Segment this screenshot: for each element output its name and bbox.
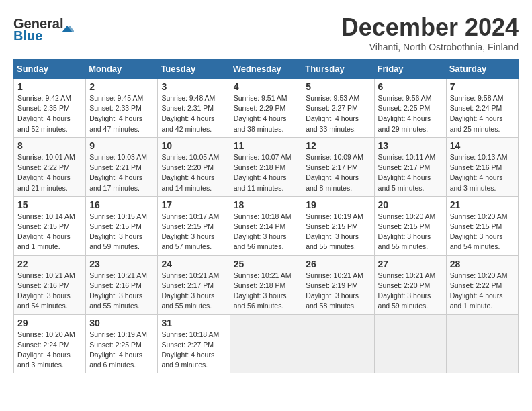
day-number: 30 (89, 318, 154, 328)
calendar-week-row: 29Sunrise: 10:20 AMSunset: 2:24 PMDaylig… (14, 314, 519, 373)
day-number: 17 (161, 199, 226, 210)
day-number: 29 (17, 318, 82, 328)
calendar-week-row: 15Sunrise: 10:14 AMSunset: 2:15 PMDaylig… (14, 196, 519, 255)
day-number: 20 (378, 199, 443, 210)
calendar-day-cell: 21Sunrise: 10:20 AMSunset: 2:15 PMDaylig… (446, 196, 518, 255)
calendar-day-cell: 26Sunrise: 10:21 AMSunset: 2:19 PMDaylig… (302, 255, 374, 314)
calendar-day-cell: 28Sunrise: 10:20 AMSunset: 2:22 PMDaylig… (446, 255, 518, 314)
calendar-day-cell: 5Sunrise: 9:53 AMSunset: 2:27 PMDaylight… (302, 79, 374, 138)
day-info: Sunrise: 10:21 AMSunset: 2:20 PMDaylight… (378, 271, 443, 312)
day-info: Sunrise: 10:21 AMSunset: 2:16 PMDaylight… (17, 271, 82, 312)
calendar-day-cell: 12Sunrise: 10:09 AMSunset: 2:17 PMDaylig… (302, 137, 374, 196)
day-number: 27 (378, 259, 443, 269)
day-info: Sunrise: 9:48 AMSunset: 2:31 PMDaylight:… (161, 93, 226, 134)
calendar-day-cell (374, 314, 446, 373)
day-info: Sunrise: 9:45 AMSunset: 2:33 PMDaylight:… (89, 93, 154, 134)
day-info: Sunrise: 9:56 AMSunset: 2:25 PMDaylight:… (378, 93, 443, 134)
day-info: Sunrise: 10:20 AMSunset: 2:15 PMDaylight… (450, 212, 515, 253)
calendar-day-cell: 7Sunrise: 9:58 AMSunset: 2:24 PMDaylight… (446, 79, 518, 138)
calendar-day-cell: 17Sunrise: 10:17 AMSunset: 2:15 PMDaylig… (158, 196, 230, 255)
day-number: 8 (17, 140, 82, 151)
day-number: 22 (17, 259, 82, 269)
logo: General Blue (13, 13, 74, 44)
day-info: Sunrise: 10:11 AMSunset: 2:17 PMDaylight… (378, 152, 443, 193)
calendar-week-row: 8Sunrise: 10:01 AMSunset: 2:22 PMDayligh… (14, 137, 519, 196)
day-number: 24 (161, 259, 226, 269)
calendar-week-row: 1Sunrise: 9:42 AMSunset: 2:35 PMDaylight… (14, 79, 519, 138)
calendar-day-cell: 16Sunrise: 10:15 AMSunset: 2:15 PMDaylig… (86, 196, 158, 255)
day-info: Sunrise: 9:58 AMSunset: 2:24 PMDaylight:… (450, 93, 515, 134)
calendar-day-cell: 3Sunrise: 9:48 AMSunset: 2:31 PMDaylight… (158, 79, 230, 138)
calendar-day-cell: 24Sunrise: 10:21 AMSunset: 2:17 PMDaylig… (158, 255, 230, 314)
calendar-day-cell: 25Sunrise: 10:21 AMSunset: 2:18 PMDaylig… (230, 255, 302, 314)
calendar-day-cell: 4Sunrise: 9:51 AMSunset: 2:29 PMDaylight… (230, 79, 302, 138)
day-number: 12 (306, 140, 370, 151)
day-number: 9 (89, 140, 154, 151)
day-info: Sunrise: 10:01 AMSunset: 2:22 PMDaylight… (17, 152, 82, 193)
day-info: Sunrise: 9:53 AMSunset: 2:27 PMDaylight:… (306, 93, 370, 134)
day-number: 2 (89, 81, 154, 92)
day-info: Sunrise: 10:09 AMSunset: 2:17 PMDaylight… (306, 152, 370, 193)
calendar-day-cell: 8Sunrise: 10:01 AMSunset: 2:22 PMDayligh… (14, 137, 86, 196)
calendar-day-cell: 30Sunrise: 10:19 AMSunset: 2:25 PMDaylig… (86, 314, 158, 373)
day-header-tuesday: Tuesday (158, 60, 230, 79)
day-header-wednesday: Wednesday (230, 60, 302, 79)
calendar-day-cell (302, 314, 374, 373)
day-info: Sunrise: 10:07 AMSunset: 2:18 PMDaylight… (234, 152, 299, 193)
day-header-monday: Monday (86, 60, 158, 79)
calendar-day-cell: 29Sunrise: 10:20 AMSunset: 2:24 PMDaylig… (14, 314, 86, 373)
day-number: 23 (89, 259, 154, 269)
day-number: 4 (234, 81, 299, 92)
day-number: 10 (161, 140, 226, 151)
day-info: Sunrise: 10:20 AMSunset: 2:15 PMDaylight… (378, 212, 443, 253)
day-number: 5 (306, 81, 370, 92)
day-info: Sunrise: 10:21 AMSunset: 2:18 PMDaylight… (234, 271, 299, 312)
calendar-day-cell: 31Sunrise: 10:18 AMSunset: 2:27 PMDaylig… (158, 314, 230, 373)
calendar-day-cell: 18Sunrise: 10:18 AMSunset: 2:14 PMDaylig… (230, 196, 302, 255)
day-info: Sunrise: 10:17 AMSunset: 2:15 PMDaylight… (161, 212, 226, 253)
calendar-day-cell: 9Sunrise: 10:03 AMSunset: 2:21 PMDayligh… (86, 137, 158, 196)
calendar-day-cell: 11Sunrise: 10:07 AMSunset: 2:18 PMDaylig… (230, 137, 302, 196)
day-info: Sunrise: 9:51 AMSunset: 2:29 PMDaylight:… (234, 93, 299, 134)
calendar-day-cell: 2Sunrise: 9:45 AMSunset: 2:33 PMDaylight… (86, 79, 158, 138)
calendar-day-cell: 22Sunrise: 10:21 AMSunset: 2:16 PMDaylig… (14, 255, 86, 314)
day-info: Sunrise: 10:19 AMSunset: 2:25 PMDaylight… (89, 330, 154, 371)
day-header-thursday: Thursday (302, 60, 374, 79)
day-info: Sunrise: 10:20 AMSunset: 2:24 PMDaylight… (17, 330, 82, 371)
day-number: 3 (161, 81, 226, 92)
day-number: 15 (17, 199, 82, 210)
calendar-day-cell: 20Sunrise: 10:20 AMSunset: 2:15 PMDaylig… (374, 196, 446, 255)
calendar-day-cell: 1Sunrise: 9:42 AMSunset: 2:35 PMDaylight… (14, 79, 86, 138)
day-info: Sunrise: 10:19 AMSunset: 2:15 PMDaylight… (306, 212, 370, 253)
page-header: General Blue December 2024 Vihanti, Nort… (13, 13, 519, 52)
day-info: Sunrise: 10:14 AMSunset: 2:15 PMDaylight… (17, 212, 82, 253)
day-info: Sunrise: 10:20 AMSunset: 2:22 PMDaylight… (450, 271, 515, 312)
month-title: December 2024 (341, 13, 519, 42)
calendar-day-cell: 19Sunrise: 10:19 AMSunset: 2:15 PMDaylig… (302, 196, 374, 255)
day-number: 13 (378, 140, 443, 151)
day-number: 14 (450, 140, 515, 151)
calendar-day-cell: 23Sunrise: 10:21 AMSunset: 2:16 PMDaylig… (86, 255, 158, 314)
calendar-day-cell: 14Sunrise: 10:13 AMSunset: 2:16 PMDaylig… (446, 137, 518, 196)
calendar-header-row: SundayMondayTuesdayWednesdayThursdayFrid… (14, 60, 519, 79)
calendar-day-cell: 13Sunrise: 10:11 AMSunset: 2:17 PMDaylig… (374, 137, 446, 196)
title-block: December 2024 Vihanti, North Ostrobothni… (341, 13, 519, 52)
day-info: Sunrise: 10:03 AMSunset: 2:21 PMDaylight… (89, 152, 154, 193)
day-info: Sunrise: 10:15 AMSunset: 2:15 PMDaylight… (89, 212, 154, 253)
day-number: 25 (234, 259, 299, 269)
calendar-week-row: 22Sunrise: 10:21 AMSunset: 2:16 PMDaylig… (14, 255, 519, 314)
calendar-day-cell: 15Sunrise: 10:14 AMSunset: 2:15 PMDaylig… (14, 196, 86, 255)
day-info: Sunrise: 10:21 AMSunset: 2:16 PMDaylight… (89, 271, 154, 312)
day-info: Sunrise: 10:05 AMSunset: 2:20 PMDaylight… (161, 152, 226, 193)
day-header-friday: Friday (374, 60, 446, 79)
day-number: 19 (306, 199, 370, 210)
calendar-day-cell (230, 314, 302, 373)
day-info: Sunrise: 9:42 AMSunset: 2:35 PMDaylight:… (17, 93, 82, 134)
day-number: 31 (161, 318, 226, 328)
day-number: 16 (89, 199, 154, 210)
day-number: 7 (450, 81, 515, 92)
day-info: Sunrise: 10:13 AMSunset: 2:16 PMDaylight… (450, 152, 515, 193)
calendar-day-cell: 10Sunrise: 10:05 AMSunset: 2:20 PMDaylig… (158, 137, 230, 196)
day-number: 21 (450, 199, 515, 210)
day-number: 28 (450, 259, 515, 269)
